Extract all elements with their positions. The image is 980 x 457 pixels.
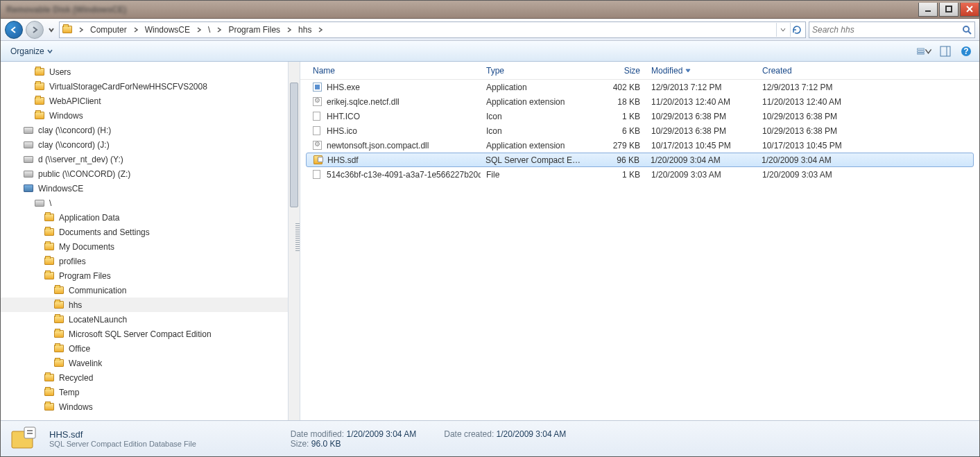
chevron-right-icon[interactable] <box>76 22 86 37</box>
tree-item[interactable]: Application Data <box>1 210 300 225</box>
close-button[interactable] <box>960 3 979 17</box>
file-modified: 10/29/2013 6:38 PM <box>646 126 757 136</box>
file-modified: 10/29/2013 6:38 PM <box>646 112 757 121</box>
tree-item[interactable]: d (\\server_nt_dev) (Y:) <box>1 152 300 166</box>
file-row[interactable]: HHS.sdfSQL Server Compact Editi...96 KB1… <box>306 153 974 167</box>
tree-item[interactable]: Office <box>1 341 300 356</box>
tree-item[interactable]: Microsoft SQL Server Compact Edition <box>1 327 300 341</box>
window-title: Removable Disk (WindowsCE) <box>6 5 126 15</box>
forward-button[interactable] <box>26 21 44 39</box>
tree-item[interactable]: profiles <box>1 254 300 268</box>
svg-rect-7 <box>918 51 925 52</box>
tree-item[interactable]: Temp <box>1 385 300 399</box>
folder-icon <box>44 271 55 281</box>
file-row[interactable]: HHT.ICOIcon1 KB10/29/2013 6:38 PM10/29/2… <box>300 109 979 123</box>
chevron-right-icon[interactable] <box>194 22 204 37</box>
column-modified[interactable]: Modified <box>646 62 757 79</box>
file-modified: 11/20/2013 12:40 AM <box>646 97 757 107</box>
file-modified: 1/20/2009 3:03 AM <box>646 170 757 180</box>
file-row[interactable]: 514c36bf-c13e-4091-a3a7-1e566227b20dFile… <box>300 167 979 182</box>
tree-item[interactable]: Wavelink <box>1 356 300 370</box>
svg-rect-8 <box>918 53 925 53</box>
tree-item-label: WindowsCE <box>38 184 83 193</box>
file-row[interactable]: newtonsoft.json.compact.dllApplication e… <box>300 138 979 153</box>
folder-icon <box>44 242 55 252</box>
column-name[interactable]: Name <box>307 62 481 79</box>
search-input[interactable] <box>809 21 975 38</box>
breadcrumb[interactable]: Computer WindowsCE \ Program Files hhs <box>59 21 806 38</box>
breadcrumb-segment[interactable]: Program Files <box>224 22 284 37</box>
chevron-right-icon[interactable] <box>316 22 325 37</box>
file-type: Application extension <box>481 97 590 107</box>
tree-item[interactable]: WebAPIClient <box>1 94 300 108</box>
column-created[interactable]: Created <box>757 62 868 79</box>
breadcrumb-segment[interactable]: Computer <box>86 22 131 37</box>
tree-item[interactable]: Program Files <box>1 268 300 283</box>
tree-item[interactable]: Documents and Settings <box>1 225 300 239</box>
folder-icon <box>53 315 65 325</box>
tree-item[interactable]: hhs <box>1 298 300 312</box>
svg-rect-16 <box>27 430 33 431</box>
tree-item[interactable]: Users <box>1 64 300 79</box>
tree-item-label: Recycled <box>59 373 93 383</box>
tree-item[interactable]: \ <box>1 196 300 210</box>
refresh-button[interactable] <box>790 23 802 37</box>
folder-icon <box>53 300 65 310</box>
column-type[interactable]: Type <box>481 62 590 79</box>
breadcrumb-dropdown[interactable] <box>776 23 789 37</box>
tree-item-label: Program Files <box>59 271 111 281</box>
tree-item-label: Office <box>69 344 90 354</box>
file-modified: 1/20/2009 3:04 AM <box>645 155 756 165</box>
location-icon <box>62 24 75 35</box>
tree-item[interactable]: VirtualStorageCardForNewHHSCFVS2008 <box>1 79 300 94</box>
organize-button[interactable]: Organize <box>6 45 57 58</box>
tree-item[interactable]: public (\\CONCORD) (Z:) <box>1 166 300 181</box>
file-type: Application extension <box>481 141 590 150</box>
folder-icon <box>34 111 45 121</box>
file-name: newtonsoft.json.compact.dll <box>327 141 429 150</box>
file-row[interactable]: HHS.icoIcon6 KB10/29/2013 6:38 PM10/29/2… <box>300 123 979 138</box>
tree-item[interactable]: Communication <box>1 283 300 298</box>
tree-item[interactable]: clay (\\concord) (J:) <box>1 137 300 152</box>
help-button[interactable]: ? <box>958 44 974 59</box>
breadcrumb-segment[interactable]: WindowsCE <box>141 22 194 37</box>
file-name: HHS.ico <box>327 126 357 136</box>
scrollbar-thumb[interactable] <box>290 83 298 207</box>
tree-item[interactable]: Windows <box>1 108 300 123</box>
file-name: HHS.sdf <box>327 155 359 165</box>
breadcrumb-segment[interactable]: hhs <box>294 22 316 37</box>
history-dropdown[interactable] <box>46 22 56 37</box>
chevron-right-icon[interactable] <box>214 22 224 37</box>
tree-item[interactable]: LocateNLaunch <box>1 312 300 327</box>
svg-rect-1 <box>946 6 952 12</box>
tree-item[interactable]: WindowsCE <box>1 181 300 196</box>
tree-item[interactable]: Recycled <box>1 370 300 385</box>
tree-item-label: LocateNLaunch <box>69 315 127 325</box>
column-size[interactable]: Size <box>590 62 646 79</box>
maximize-button[interactable] <box>939 3 958 17</box>
svg-text:?: ? <box>963 46 968 56</box>
file-row[interactable]: HHS.exeApplication402 KB12/9/2013 7:12 P… <box>300 80 979 94</box>
chevron-right-icon[interactable] <box>284 22 294 37</box>
search-field[interactable] <box>812 25 962 35</box>
folder-tree[interactable]: UsersVirtualStorageCardForNewHHSCFVS2008… <box>1 62 300 420</box>
tree-item[interactable]: My Documents <box>1 239 300 254</box>
main-area: UsersVirtualStorageCardForNewHHSCFVS2008… <box>1 62 979 420</box>
minimize-button[interactable] <box>918 3 938 17</box>
splitter-handle[interactable] <box>295 223 300 251</box>
preview-pane-button[interactable] <box>938 44 953 59</box>
tree-item[interactable]: clay (\\concord) (H:) <box>1 123 300 137</box>
tree-item[interactable]: Windows <box>1 399 300 414</box>
back-button[interactable] <box>5 21 23 39</box>
column-headers: Name Type Size Modified Created <box>300 62 979 80</box>
dll-icon <box>313 140 324 151</box>
sort-indicator-icon <box>685 69 691 73</box>
titlebar[interactable]: Removable Disk (WindowsCE) <box>1 1 979 19</box>
view-button[interactable] <box>917 44 932 59</box>
file-row[interactable]: erikej.sqlce.netcf.dllApplication extens… <box>300 94 979 109</box>
chevron-right-icon[interactable] <box>131 22 141 37</box>
breadcrumb-segment[interactable]: \ <box>204 22 214 37</box>
file-size: 402 KB <box>590 83 646 92</box>
app-icon <box>313 82 324 93</box>
tree-item-label: Application Data <box>59 213 119 223</box>
